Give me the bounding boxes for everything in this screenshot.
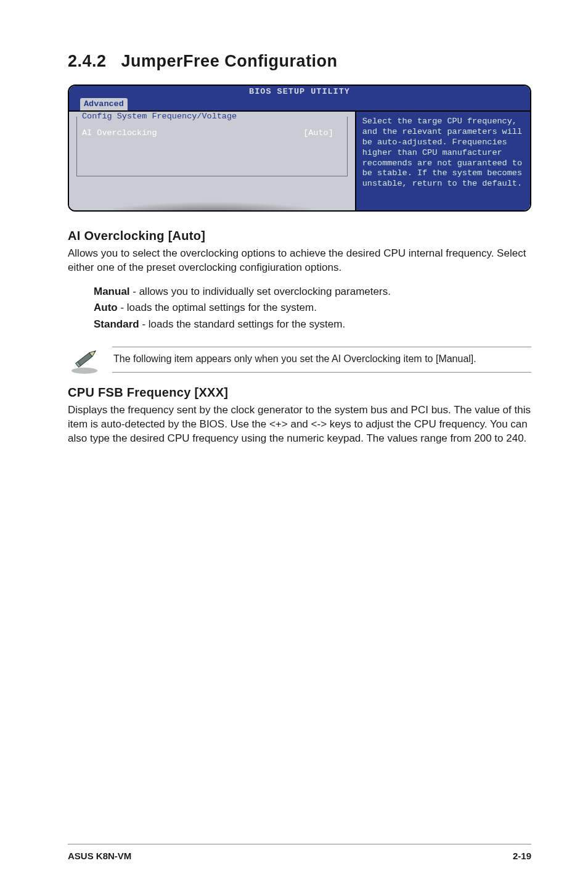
bios-header: BIOS SETUP UTILITY Advanced: [69, 86, 530, 112]
ai-overclocking-body: Allows you to select the overclocking op…: [68, 247, 531, 275]
section-heading: 2.4.2 JumperFree Configuration: [68, 52, 531, 71]
footer-model: ASUS K8N-VM: [68, 851, 131, 861]
footer-page-number: 2-19: [513, 851, 531, 861]
section-title: JumperFree Configuration: [121, 52, 338, 70]
cpu-fsb-heading: CPU FSB Frequency [XXX]: [68, 386, 531, 400]
page-footer: ASUS K8N-VM 2-19: [68, 844, 531, 861]
bios-help-text: Select the targe CPU frequency, and the …: [362, 117, 524, 189]
note-text: The following item appears only when you…: [113, 353, 476, 364]
bios-shadow: [69, 194, 355, 210]
option-desc: - allows you to individually set overclo…: [130, 286, 391, 297]
option-name: Auto: [94, 302, 118, 313]
ai-overclocking-options: Manual - allows you to individually set …: [94, 284, 531, 332]
svg-point-0: [71, 368, 97, 374]
option-name: Manual: [94, 286, 130, 297]
option-desc: - loads the standard settings for the sy…: [139, 318, 346, 330]
bios-row-ai-overclocking: AI Overclocking [Auto]: [77, 127, 347, 139]
ai-overclocking-heading: AI Overclocking [Auto]: [68, 229, 531, 243]
note-text-wrap: The following item appears only when you…: [112, 347, 531, 373]
bios-help-pane: Select the targe CPU frequency, and the …: [355, 112, 530, 210]
option-manual: Manual - allows you to individually set …: [94, 284, 531, 300]
option-desc: - loads the optimal settings for the sys…: [118, 302, 317, 313]
option-standard: Standard - loads the standard settings f…: [94, 316, 531, 332]
cpu-fsb-body: Displays the frequency sent by the clock…: [68, 403, 531, 446]
bios-left-pane: Config System Frequency/Voltage AI Overc…: [69, 112, 355, 210]
pencil-icon: [68, 345, 101, 374]
bios-group-label: Config System Frequency/Voltage: [77, 112, 347, 122]
bios-screenshot: BIOS SETUP UTILITY Advanced Config Syste…: [68, 85, 531, 212]
option-auto: Auto - loads the optimal settings for th…: [94, 300, 531, 316]
bios-tab-advanced: Advanced: [80, 98, 128, 110]
note-box: The following item appears only when you…: [68, 345, 531, 374]
option-name: Standard: [94, 318, 139, 330]
bios-row-value: [Auto]: [303, 128, 342, 139]
bios-row-key: AI Overclocking: [82, 128, 157, 139]
bios-body: Config System Frequency/Voltage AI Overc…: [69, 112, 530, 210]
bios-title: BIOS SETUP UTILITY: [249, 87, 350, 97]
section-number: 2.4.2: [68, 52, 107, 70]
